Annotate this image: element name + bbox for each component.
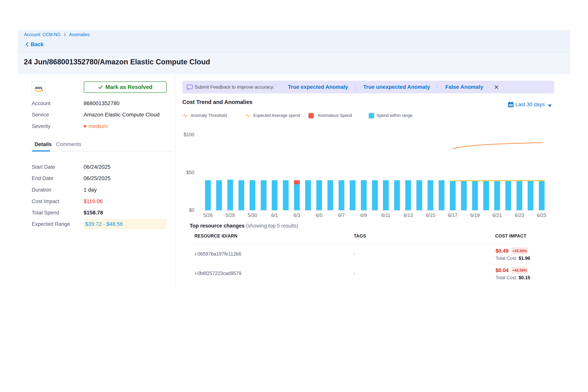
svg-text:aws: aws: [35, 86, 42, 90]
